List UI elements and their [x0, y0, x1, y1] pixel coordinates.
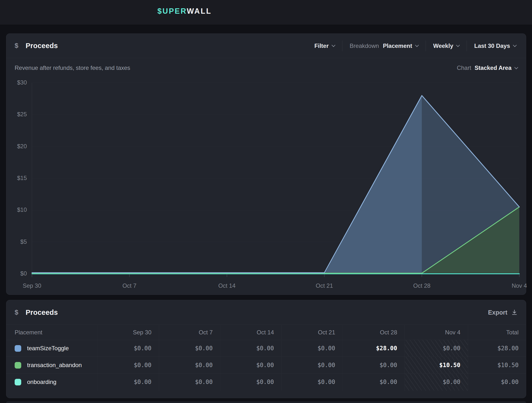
table-row: teamSizeToggle$0.00$0.00$0.00$0.00$28.00…: [6, 340, 526, 357]
interval-dropdown[interactable]: Weekly: [432, 40, 461, 52]
series-color-swatch: [15, 345, 21, 352]
download-icon: [511, 309, 518, 316]
chart-type-dropdown[interactable]: Chart Stacked Area: [457, 64, 518, 71]
placement-name: teamSizeToggle: [27, 345, 69, 352]
value-cell: $0.00: [220, 374, 281, 391]
y-axis-label: $0: [6, 270, 27, 277]
export-label: Export: [488, 309, 507, 316]
date-range-value: Last 30 Days: [474, 42, 510, 49]
column-header: Oct 14: [220, 325, 281, 340]
logo-suffix: WALL: [187, 7, 212, 15]
column-header: Nov 4: [405, 325, 468, 340]
value-cell: $0.00: [405, 340, 468, 357]
dollar-icon: $: [15, 42, 18, 50]
value-cell: $0.00: [97, 340, 159, 357]
x-axis-label: Oct 21: [307, 282, 341, 289]
table-row: transaction_abandon$0.00$0.00$0.00$0.00$…: [6, 357, 526, 374]
value-cell: $0.00: [281, 374, 343, 391]
x-axis-label: Oct 14: [210, 282, 244, 289]
proceeds-chart-card: $ Proceeds Filter Breakdown Placement We…: [6, 33, 526, 295]
filter-label: Filter: [314, 42, 329, 49]
breakdown-dropdown[interactable]: Breakdown Placement: [348, 40, 420, 52]
placement-name-cell: teamSizeToggle: [6, 340, 97, 357]
table-card-header: $ Proceeds Export: [6, 300, 526, 325]
value-cell: $0.00: [97, 357, 159, 374]
chevron-down-icon: [514, 65, 518, 69]
export-button[interactable]: Export: [488, 309, 518, 316]
y-axis-label: $5: [6, 238, 27, 245]
column-header: Total: [468, 325, 526, 340]
interval-value: Weekly: [433, 42, 453, 49]
chart-type-label: Chart: [457, 64, 471, 71]
y-axis-label: $15: [6, 175, 27, 181]
chart-card-header: $ Proceeds Filter Breakdown Placement We…: [6, 34, 526, 58]
value-cell: $10.50: [468, 357, 526, 374]
y-axis-label: $25: [6, 111, 27, 118]
value-cell: $28.00: [343, 340, 405, 357]
value-cell: $0.00: [159, 340, 220, 357]
chart-controls: Filter Breakdown Placement Weekly Last 3…: [313, 40, 518, 52]
divider: [342, 41, 342, 51]
proceeds-table-card: $ Proceeds Export PlacementSep 30Oct 7Oc…: [6, 300, 526, 398]
x-axis-label: Sep 30: [15, 282, 49, 289]
value-cell: $0.00: [159, 357, 220, 374]
placement-name-cell: onboarding: [6, 374, 97, 391]
value-cell: $0.00: [159, 374, 220, 391]
chart-card-title: Proceeds: [26, 42, 58, 50]
column-header: Sep 30: [97, 325, 159, 340]
y-axis-label: $30: [6, 79, 27, 86]
series-color-swatch: [15, 379, 21, 385]
column-header: Oct 21: [281, 325, 343, 340]
x-axis-label: Oct 7: [112, 282, 146, 289]
chevron-down-icon: [415, 43, 419, 47]
y-axis-label: $10: [6, 206, 27, 213]
chart-subtitle: Revenue after refunds, store fees, and t…: [15, 64, 130, 71]
breakdown-label: Breakdown: [350, 42, 379, 49]
filter-dropdown[interactable]: Filter: [313, 40, 336, 52]
value-cell: $0.00: [343, 374, 405, 391]
value-cell: $0.00: [220, 340, 281, 357]
placement-name: transaction_abandon: [27, 362, 82, 369]
value-cell: $0.00: [468, 374, 526, 391]
next-card-edge: [6, 401, 526, 403]
value-cell: $0.00: [281, 357, 343, 374]
date-range-dropdown[interactable]: Last 30 Days: [473, 40, 518, 52]
breakdown-value: Placement: [383, 42, 412, 49]
column-header: Placement: [6, 325, 97, 340]
y-axis-label: $20: [6, 143, 27, 150]
logo-prefix: $UPER: [157, 7, 187, 15]
value-cell: $0.00: [97, 374, 159, 391]
value-cell: $0.00: [281, 340, 343, 357]
chart-type-value: Stacked Area: [475, 64, 512, 71]
chevron-down-icon: [456, 43, 460, 47]
value-cell: $0.00: [220, 357, 281, 374]
stacked-area-chart: $30$25$20$15$10$5$0Sep 30Oct 7Oct 14Oct …: [6, 78, 526, 293]
value-cell: $0.00: [343, 357, 405, 374]
top-navigation-bar: $UPERWALL: [0, 0, 532, 25]
value-cell: $10.50: [405, 357, 468, 374]
value-cell: $0.00: [405, 374, 468, 391]
superwall-logo[interactable]: $UPERWALL: [157, 7, 212, 16]
table-header-row: PlacementSep 30Oct 7Oct 14Oct 21Oct 28No…: [6, 325, 526, 340]
column-header: Oct 7: [159, 325, 220, 340]
x-axis-label: Oct 28: [405, 282, 439, 289]
dollar-icon: $: [15, 309, 18, 316]
chart-canvas: [6, 78, 526, 280]
divider: [426, 41, 426, 51]
divider: [467, 41, 467, 51]
placement-name-cell: transaction_abandon: [6, 357, 97, 374]
x-axis-label: Nov 4: [502, 282, 532, 289]
proceeds-breakdown-table: PlacementSep 30Oct 7Oct 14Oct 21Oct 28No…: [6, 325, 526, 391]
chevron-down-icon: [332, 43, 336, 47]
table-card-title: Proceeds: [26, 308, 58, 317]
chevron-down-icon: [513, 43, 517, 47]
table-row: onboarding$0.00$0.00$0.00$0.00$0.00$0.00…: [6, 374, 526, 391]
value-cell: $28.00: [468, 340, 526, 357]
series-color-swatch: [15, 362, 21, 369]
placement-name: onboarding: [27, 379, 56, 385]
column-header: Oct 28: [343, 325, 405, 340]
